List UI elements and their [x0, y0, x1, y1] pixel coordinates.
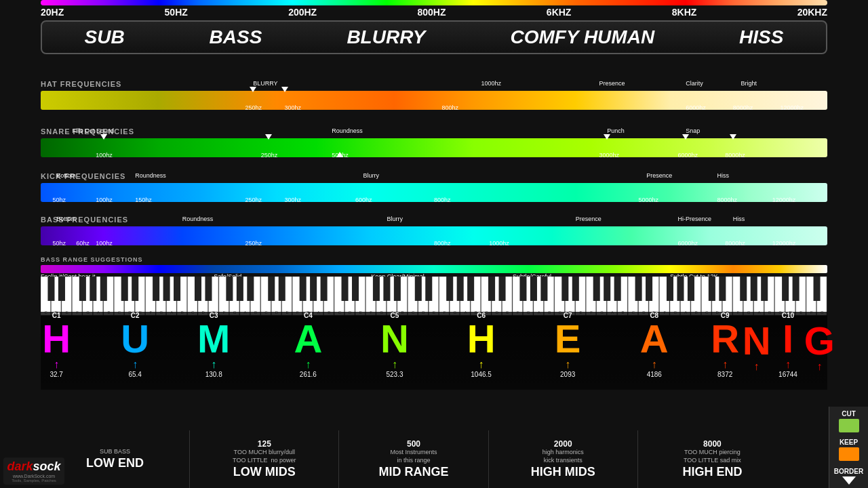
range-high-mids-desc: high harmonics kick transients: [542, 449, 584, 464]
range-high-end-name: HIGH END: [682, 465, 742, 479]
octave-freq: 261.6: [300, 371, 317, 378]
bass-hiss: Hiss: [733, 216, 745, 222]
octave-item-C8: C8A↑4186: [640, 312, 669, 378]
range-high-mids-freq: 2000: [554, 439, 572, 449]
kick-roundness: Roundness: [135, 172, 166, 179]
kick-150hz: 150hz: [135, 197, 152, 203]
range-low-end-name: LOW END: [86, 456, 144, 470]
kick-800hz: 800hz: [434, 197, 451, 203]
bass-6000hz: 6000hz: [678, 240, 698, 247]
octave-arrow: ↑: [785, 359, 791, 371]
octave-letter: R: [711, 319, 739, 359]
octave-letter: N: [380, 319, 409, 359]
bass-800hz: 800hz: [434, 240, 451, 247]
border-section: BORDER: [834, 468, 863, 485]
octave-letter: H: [42, 319, 71, 359]
snare-punch: Punch: [607, 127, 625, 134]
cut-label: CUT: [842, 410, 856, 418]
snare-section: SNARE FREQUENCIES Fills Out Sound 100hz …: [41, 127, 827, 171]
bass-100hz: 100hz: [96, 240, 113, 247]
freq-200hz: 200HZ: [288, 7, 317, 18]
octave-freq: 4186: [647, 371, 662, 378]
kick-12000hz: 12000hz: [772, 197, 796, 203]
octave-letter: H: [467, 319, 496, 359]
range-mid-name: MID RANGE: [379, 465, 449, 479]
octave-letter: A: [640, 319, 669, 359]
snare-8000hz: 8000hz: [725, 152, 745, 159]
snare-3000hz: 3000hz: [599, 152, 620, 159]
freq-8khz: 8KHZ: [672, 7, 697, 18]
bass-blurry: Blurry: [387, 216, 403, 222]
piano-keyboard: [41, 277, 827, 316]
range-high-mids: 2000 high harmonics kick transients HIGH…: [488, 430, 637, 488]
band-bass: BASS: [210, 26, 262, 48]
octave-item-C10: C10I↑16744: [778, 312, 797, 378]
logo-site: www.DarkSock.com: [5, 474, 62, 479]
snare-marker-100: [100, 134, 107, 140]
octave-arrow: ↑: [652, 359, 657, 371]
octave-freq: 16744: [778, 371, 797, 378]
range-low-mids: 125 TOO MUCH blurry/dull TOO LITTLE no p…: [189, 430, 338, 488]
bass-250hz: 250hz: [245, 240, 262, 247]
border-label: BORDER: [834, 468, 863, 475]
keep-indicator: [839, 447, 859, 461]
octave-letter: I: [783, 319, 793, 359]
bass-presence: Presence: [576, 216, 601, 222]
hat-bright-label: Bright: [741, 80, 757, 87]
octave-arrow: ↑: [754, 361, 760, 373]
octave-letter: U: [121, 319, 149, 359]
bass-60hz: 60hz: [76, 240, 90, 247]
bass-range-bar: [41, 265, 827, 273]
octave-arrow: ↑: [816, 361, 822, 373]
hat-marker-250: [250, 87, 256, 92]
range-mid-range: 500 Most Instruments in this range MID R…: [338, 430, 488, 488]
octave-freq: 130.8: [205, 371, 222, 378]
octave-arrow: ↑: [722, 359, 728, 371]
kick-blurry: Blurry: [363, 172, 380, 179]
range-low-end-desc: SUB BASS: [100, 448, 130, 456]
octave-freq: 523.3: [386, 371, 403, 378]
kick-600hz: 600hz: [355, 197, 372, 203]
human-hearing-section: C1H↑32.7C2U↑65.4C3M↑130.8C4A↑261.6C5N↑52…: [41, 312, 827, 390]
hat-250hz: 250hz: [245, 104, 262, 111]
band-hiss: HISS: [739, 26, 783, 48]
hat-blurry-label: BLURRY: [253, 80, 277, 87]
octave-freq: 8372: [717, 371, 732, 378]
octave-freq: 1046.5: [471, 371, 492, 378]
hat-800hz: 800hz: [442, 104, 459, 111]
snare-6000hz: 6000hz: [678, 152, 698, 159]
hat-300hz: 300hz: [285, 104, 302, 111]
octave-item-C3: C3M↑130.8: [197, 312, 230, 378]
bass-range-title: BASS RANGE SUGGESTIONS: [41, 256, 827, 263]
logo-tagline: Tools, Samples, Patches: [5, 479, 62, 483]
snare-250hz: 250hz: [261, 152, 278, 159]
kick-50hz: 50hz: [52, 197, 66, 203]
band-comfy: COMFY HUMAN: [511, 26, 655, 48]
border-triangle: [842, 476, 856, 485]
octave-letter: A: [294, 319, 322, 359]
snare-title: SNARE FREQUENCIES: [41, 127, 827, 136]
bottom-frequency-ranges: SUB BASS LOW END 125 TOO MUCH blurry/dul…: [41, 430, 787, 488]
range-low-mids-name: LOW MIDS: [233, 465, 296, 479]
snare-100hz: 100hz: [96, 152, 113, 159]
octave-item-11: G↑: [804, 312, 835, 373]
logo-icon: darksock: [5, 460, 62, 474]
octave-freq: 32.7: [50, 371, 62, 378]
snare-snap: Snap: [686, 127, 700, 134]
kick-section: KICK FREQUENCIES Bottom 50hz 100hz Round…: [41, 172, 827, 216]
octave-item-C9: C9R↑8372: [711, 312, 739, 378]
hearing-letters-container: C1H↑32.7C2U↑65.4C3M↑130.8C4A↑261.6C5N↑52…: [41, 312, 827, 390]
range-mid-freq: 500: [407, 439, 420, 449]
rainbow-frequency-bar: [41, 0, 827, 5]
octave-item-C2: C2U↑65.4: [121, 312, 149, 378]
kick-300hz: 300hz: [285, 197, 302, 203]
range-low-mids-freq: 125: [258, 439, 271, 449]
octave-arrow: ↑: [211, 359, 216, 371]
hat-marker-300: [281, 87, 288, 92]
keep-label: KEEP: [840, 439, 858, 446]
octave-arrow: ↑: [392, 359, 397, 371]
bass-bottom: Bottom: [56, 216, 76, 222]
range-high-end: 8000 TOO MUCH piercing TOO LITTLE sad mi…: [637, 430, 787, 488]
octave-item-C6: C6H↑1046.5: [467, 312, 496, 378]
bass-1000hz: 1000hz: [489, 240, 509, 247]
